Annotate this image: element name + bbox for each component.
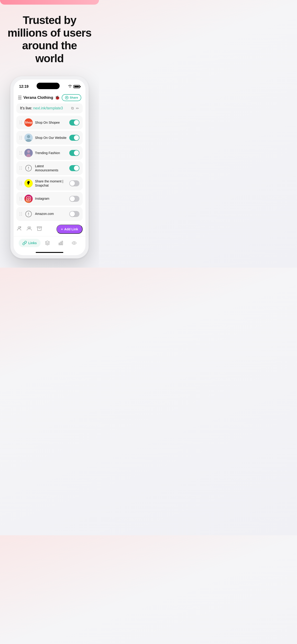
app-header: ☰ Verana Clothing 🐞 Share	[14, 92, 86, 104]
link-label-website: Shop On Our Website	[35, 136, 67, 140]
svg-point-9	[28, 198, 29, 200]
plus-icon: +	[61, 227, 63, 231]
drag-handle[interactable]	[20, 121, 22, 124]
svg-point-5	[27, 150, 30, 153]
svg-text:!: !	[28, 166, 29, 170]
svg-rect-18	[37, 227, 42, 228]
svg-rect-8	[26, 196, 30, 200]
link-label-amazon: Amazon.com	[35, 212, 67, 216]
nav-item-analytics[interactable]	[54, 238, 67, 247]
drag-handle[interactable]	[20, 151, 22, 154]
svg-text:+: +	[20, 226, 20, 228]
action-icons: +	[16, 226, 42, 233]
url-text: It's live: nexl.ink/template3	[20, 106, 63, 110]
bottom-nav: Links	[14, 236, 86, 251]
url-prefix: It's live:	[20, 106, 33, 110]
nav-label-links: Links	[28, 241, 37, 245]
list-item: Instagram	[16, 192, 83, 206]
list-item: Shop Shop On Shopee	[16, 116, 83, 130]
drag-handle[interactable]	[20, 136, 22, 139]
alert-icon: !	[24, 164, 33, 172]
share-label: Share	[70, 96, 78, 99]
svg-point-2	[27, 135, 30, 138]
share-button[interactable]: Share	[62, 94, 81, 101]
hero-title: Trusted by millions of users around the …	[7, 14, 92, 65]
link-list: Shop Shop On Shopee	[14, 116, 86, 221]
toggle-shopee[interactable]	[69, 120, 80, 126]
hamburger-icon[interactable]: ☰	[18, 95, 22, 100]
drag-handle[interactable]	[20, 166, 22, 170]
instagram-icon	[24, 195, 33, 203]
archive-icon[interactable]	[36, 226, 42, 233]
svg-rect-19	[59, 243, 60, 245]
list-item: Shop On Our Website	[16, 131, 83, 145]
add-link-button[interactable]: + Add Link	[56, 224, 83, 234]
toggle-fashion[interactable]	[69, 150, 80, 156]
svg-rect-20	[60, 242, 61, 245]
list-item: Trending Fashion	[16, 146, 83, 160]
top-accent	[0, 0, 99, 4]
hero-section: Trusted by millions of users around the …	[0, 4, 99, 76]
link-label-announcements: Latest Announcements	[35, 164, 67, 172]
svg-point-22	[74, 242, 74, 244]
bug-icon[interactable]: 🐞	[55, 95, 60, 100]
list-item: ! Latest Announcements	[16, 161, 83, 175]
phone-inner: 12:19 ☰ Verana Clothing 🐞	[14, 80, 86, 255]
copy-icon[interactable]: ⧉	[71, 106, 74, 110]
users-icon[interactable]	[26, 226, 32, 233]
url-link[interactable]: nexl.ink/template3	[33, 106, 63, 110]
status-time: 12:19	[19, 84, 28, 89]
phone-mockup: 12:19 ☰ Verana Clothing 🐞	[10, 76, 89, 258]
add-link-label: Add Link	[64, 227, 78, 231]
profile-icon[interactable]: +	[16, 226, 22, 233]
url-bar: It's live: nexl.ink/template3 ⧉ ✏	[16, 104, 83, 113]
drag-handle[interactable]	[20, 212, 22, 216]
link-label-instagram: Instagram	[35, 196, 67, 200]
status-bar: 12:19	[14, 80, 86, 92]
drag-handle[interactable]	[20, 182, 22, 185]
link-label-fashion: Trending Fashion	[35, 151, 67, 155]
toggle-announcements[interactable]	[69, 165, 80, 171]
status-icons	[68, 84, 80, 89]
action-bar: +	[16, 224, 83, 234]
svg-point-10	[30, 198, 30, 198]
header-right: 🐞 Share	[55, 94, 81, 101]
battery-icon	[74, 85, 80, 88]
dynamic-island	[36, 83, 60, 89]
drag-handle[interactable]	[20, 197, 22, 200]
list-item: Share the moment | Snapchat	[16, 176, 83, 190]
link-label-snapchat: Share the moment | Snapchat	[35, 179, 67, 188]
toggle-website[interactable]	[69, 135, 80, 141]
home-indicator	[36, 252, 63, 253]
toggle-instagram[interactable]	[69, 196, 80, 202]
app-title: Verana Clothing	[24, 95, 53, 100]
website-icon	[24, 134, 33, 142]
toggle-amazon[interactable]	[69, 211, 80, 217]
url-actions: ⧉ ✏	[71, 106, 79, 110]
snapchat-icon	[24, 179, 33, 188]
link-label-shopee: Shop On Shopee	[35, 120, 67, 124]
nav-item-design[interactable]	[41, 238, 54, 247]
shopee-icon: Shop	[24, 118, 33, 127]
wifi-icon	[68, 84, 72, 89]
nav-item-links[interactable]: Links	[19, 239, 40, 247]
fashion-icon	[24, 149, 33, 157]
svg-text:!: !	[28, 212, 29, 216]
edit-icon[interactable]: ✏	[76, 106, 79, 110]
svg-rect-21	[62, 241, 63, 245]
toggle-snapchat[interactable]	[69, 180, 80, 186]
amazon-icon: !	[24, 210, 33, 218]
nav-item-preview[interactable]	[68, 238, 80, 247]
list-item: ! Amazon.com	[16, 207, 83, 221]
